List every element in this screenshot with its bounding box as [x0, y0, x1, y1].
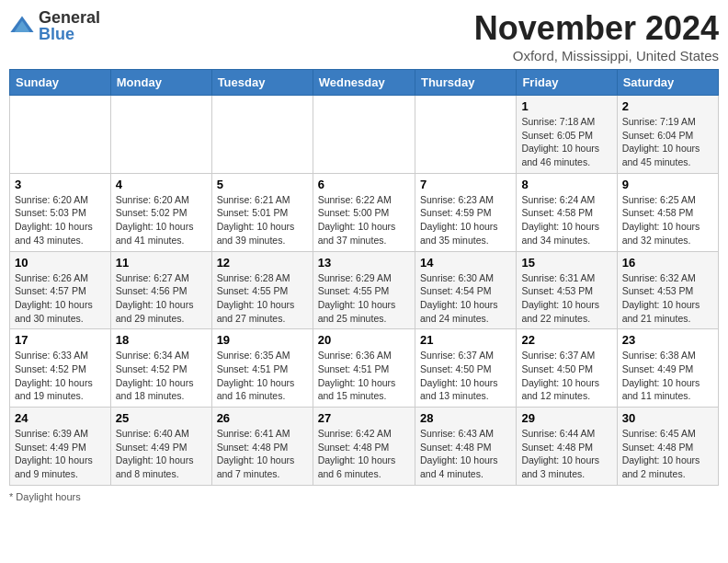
day-number: 16 [622, 256, 713, 270]
day-number: 17 [15, 333, 106, 347]
day-number: 4 [116, 178, 207, 191]
calendar-week-row: 24Sunrise: 6:39 AM Sunset: 4:49 PM Dayli… [10, 408, 719, 486]
day-info: Sunrise: 6:35 AM Sunset: 4:51 PM Dayligh… [217, 349, 308, 403]
logo-text: General Blue [39, 9, 100, 42]
calendar-cell [10, 96, 111, 174]
day-number: 13 [318, 256, 410, 270]
calendar-cell: 22Sunrise: 6:37 AM Sunset: 4:50 PM Dayli… [517, 329, 617, 408]
calendar-week-row: 17Sunrise: 6:33 AM Sunset: 4:52 PM Dayli… [10, 329, 719, 408]
calendar-cell: 19Sunrise: 6:35 AM Sunset: 4:51 PM Dayli… [211, 329, 313, 408]
calendar-cell: 6Sunrise: 6:22 AM Sunset: 5:00 PM Daylig… [313, 173, 415, 251]
calendar-cell [313, 96, 415, 174]
calendar-week-row: 3Sunrise: 6:20 AM Sunset: 5:03 PM Daylig… [10, 173, 719, 251]
day-info: Sunrise: 6:32 AM Sunset: 4:53 PM Dayligh… [622, 271, 713, 326]
weekday-header-saturday: Saturday [617, 70, 718, 96]
day-info: Sunrise: 6:31 AM Sunset: 4:53 PM Dayligh… [521, 271, 611, 326]
calendar-cell: 29Sunrise: 6:44 AM Sunset: 4:48 PM Dayli… [517, 408, 617, 486]
calendar-cell: 3Sunrise: 6:20 AM Sunset: 5:03 PM Daylig… [10, 173, 111, 251]
calendar-cell: 2Sunrise: 7:19 AM Sunset: 6:04 PM Daylig… [617, 96, 718, 174]
header: General Blue November 2024 Oxford, Missi… [9, 9, 719, 63]
day-info: Sunrise: 7:18 AM Sunset: 6:05 PM Dayligh… [521, 115, 611, 169]
logo-general-text: General [39, 9, 100, 26]
calendar-cell: 27Sunrise: 6:42 AM Sunset: 4:48 PM Dayli… [313, 408, 415, 486]
day-number: 27 [318, 411, 410, 425]
day-info: Sunrise: 6:45 AM Sunset: 4:48 PM Dayligh… [622, 427, 713, 481]
day-number: 29 [521, 411, 611, 425]
day-number: 15 [521, 256, 611, 270]
calendar-cell [110, 96, 211, 174]
weekday-header-friday: Friday [517, 70, 617, 96]
day-info: Sunrise: 6:39 AM Sunset: 4:49 PM Dayligh… [15, 427, 106, 481]
day-number: 26 [217, 411, 308, 425]
day-number: 25 [116, 411, 207, 425]
calendar-location: Oxford, Mississippi, United States [474, 48, 719, 63]
day-info: Sunrise: 6:40 AM Sunset: 4:49 PM Dayligh… [116, 427, 207, 481]
calendar-cell: 10Sunrise: 6:26 AM Sunset: 4:57 PM Dayli… [10, 251, 111, 329]
weekday-header-wednesday: Wednesday [313, 70, 415, 96]
calendar-cell: 14Sunrise: 6:30 AM Sunset: 4:54 PM Dayli… [415, 251, 516, 329]
calendar-week-row: 1Sunrise: 7:18 AM Sunset: 6:05 PM Daylig… [10, 96, 719, 174]
day-number: 22 [521, 333, 611, 347]
daylight-label: Daylight hours [16, 491, 80, 502]
day-number: 14 [420, 256, 511, 270]
day-number: 8 [521, 178, 611, 191]
calendar-cell: 26Sunrise: 6:41 AM Sunset: 4:48 PM Dayli… [211, 408, 313, 486]
calendar-cell: 18Sunrise: 6:34 AM Sunset: 4:52 PM Dayli… [110, 329, 211, 408]
day-number: 3 [15, 178, 106, 191]
calendar-cell: 28Sunrise: 6:43 AM Sunset: 4:48 PM Dayli… [415, 408, 516, 486]
calendar-cell: 24Sunrise: 6:39 AM Sunset: 4:49 PM Dayli… [10, 408, 111, 486]
footer-note: * Daylight hours [9, 491, 719, 502]
day-number: 1 [521, 99, 611, 113]
day-number: 2 [622, 99, 713, 113]
day-number: 18 [116, 333, 207, 347]
day-number: 9 [622, 178, 713, 191]
calendar-table: SundayMondayTuesdayWednesdayThursdayFrid… [9, 69, 719, 486]
day-number: 5 [217, 178, 308, 191]
day-info: Sunrise: 6:20 AM Sunset: 5:03 PM Dayligh… [15, 193, 106, 247]
calendar-week-row: 10Sunrise: 6:26 AM Sunset: 4:57 PM Dayli… [10, 251, 719, 329]
calendar-cell: 15Sunrise: 6:31 AM Sunset: 4:53 PM Dayli… [517, 251, 617, 329]
day-info: Sunrise: 6:44 AM Sunset: 4:48 PM Dayligh… [521, 427, 611, 481]
calendar-cell: 11Sunrise: 6:27 AM Sunset: 4:56 PM Dayli… [110, 251, 211, 329]
calendar-cell: 12Sunrise: 6:28 AM Sunset: 4:55 PM Dayli… [211, 251, 313, 329]
calendar-title: November 2024 [474, 9, 719, 48]
weekday-header-thursday: Thursday [415, 70, 516, 96]
weekday-header-row: SundayMondayTuesdayWednesdayThursdayFrid… [10, 70, 719, 96]
day-info: Sunrise: 6:41 AM Sunset: 4:48 PM Dayligh… [217, 427, 308, 481]
day-number: 23 [622, 333, 713, 347]
calendar-cell: 30Sunrise: 6:45 AM Sunset: 4:48 PM Dayli… [617, 408, 718, 486]
day-info: Sunrise: 6:20 AM Sunset: 5:02 PM Dayligh… [116, 193, 207, 247]
day-info: Sunrise: 6:24 AM Sunset: 4:58 PM Dayligh… [521, 193, 611, 247]
day-number: 30 [622, 411, 713, 425]
weekday-header-tuesday: Tuesday [211, 70, 313, 96]
day-number: 21 [420, 333, 511, 347]
logo-icon [9, 13, 35, 39]
day-info: Sunrise: 6:33 AM Sunset: 4:52 PM Dayligh… [15, 349, 106, 403]
calendar-cell: 4Sunrise: 6:20 AM Sunset: 5:02 PM Daylig… [110, 173, 211, 251]
day-info: Sunrise: 6:26 AM Sunset: 4:57 PM Dayligh… [15, 271, 106, 326]
day-info: Sunrise: 6:34 AM Sunset: 4:52 PM Dayligh… [116, 349, 207, 403]
day-number: 11 [116, 256, 207, 270]
day-number: 20 [318, 333, 410, 347]
day-info: Sunrise: 6:42 AM Sunset: 4:48 PM Dayligh… [318, 427, 410, 481]
calendar-cell: 21Sunrise: 6:37 AM Sunset: 4:50 PM Dayli… [415, 329, 516, 408]
day-info: Sunrise: 6:22 AM Sunset: 5:00 PM Dayligh… [318, 193, 410, 247]
day-info: Sunrise: 6:28 AM Sunset: 4:55 PM Dayligh… [217, 271, 308, 326]
calendar-cell: 5Sunrise: 6:21 AM Sunset: 5:01 PM Daylig… [211, 173, 313, 251]
day-info: Sunrise: 6:43 AM Sunset: 4:48 PM Dayligh… [420, 427, 511, 481]
calendar-cell: 17Sunrise: 6:33 AM Sunset: 4:52 PM Dayli… [10, 329, 111, 408]
day-number: 19 [217, 333, 308, 347]
day-info: Sunrise: 6:30 AM Sunset: 4:54 PM Dayligh… [420, 271, 511, 326]
day-info: Sunrise: 6:21 AM Sunset: 5:01 PM Dayligh… [217, 193, 308, 247]
day-number: 12 [217, 256, 308, 270]
day-number: 24 [15, 411, 106, 425]
logo: General Blue [9, 9, 100, 42]
weekday-header-monday: Monday [110, 70, 211, 96]
day-info: Sunrise: 6:38 AM Sunset: 4:49 PM Dayligh… [622, 349, 713, 403]
calendar-cell: 20Sunrise: 6:36 AM Sunset: 4:51 PM Dayli… [313, 329, 415, 408]
calendar-cell: 16Sunrise: 6:32 AM Sunset: 4:53 PM Dayli… [617, 251, 718, 329]
day-info: Sunrise: 6:29 AM Sunset: 4:55 PM Dayligh… [318, 271, 410, 326]
day-info: Sunrise: 6:36 AM Sunset: 4:51 PM Dayligh… [318, 349, 410, 403]
day-number: 28 [420, 411, 511, 425]
calendar-cell: 8Sunrise: 6:24 AM Sunset: 4:58 PM Daylig… [517, 173, 617, 251]
